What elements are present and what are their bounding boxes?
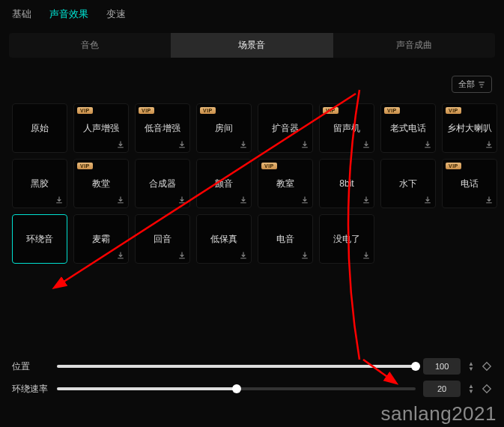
slider-speed-row: 环绕速率 20 ▲▼ (12, 381, 492, 397)
tile-label: 环绕音 (26, 233, 53, 246)
effect-tile-15[interactable]: 电话VIP (442, 159, 497, 208)
download-icon (362, 140, 371, 149)
effect-tile-20[interactable]: 电音 (258, 214, 313, 264)
effect-tile-11[interactable]: 颤音 (196, 159, 252, 208)
vip-badge: VIP (323, 107, 338, 114)
slider-position-fill (57, 365, 416, 368)
sub-tab-0[interactable]: 音色 (9, 33, 171, 58)
sub-tabs: 音色场景音声音成曲 (9, 33, 495, 58)
tile-label: 合成器 (149, 178, 176, 190)
effect-tile-18[interactable]: 回音 (135, 214, 190, 264)
filter-label: 全部 (458, 79, 475, 90)
download-icon (177, 196, 186, 205)
vip-badge: VIP (77, 163, 93, 169)
top-tab-2[interactable]: 变速 (106, 7, 126, 21)
download-icon (423, 196, 432, 205)
tile-label: 麦霸 (92, 233, 110, 246)
tile-label: 原始 (31, 122, 49, 135)
slider-speed-label: 环绕速率 (12, 383, 49, 396)
effect-tile-14[interactable]: 水下 (380, 159, 436, 208)
reset-icon[interactable] (482, 384, 492, 394)
effect-tile-5[interactable]: 留声机VIP (319, 103, 374, 153)
download-icon (55, 196, 64, 205)
effect-tile-0[interactable]: 原始 (12, 103, 67, 153)
tile-label: 水下 (399, 178, 417, 190)
slider-position-row: 位置 100 ▲▼ (12, 358, 492, 375)
vip-badge: VIP (384, 107, 400, 114)
effect-tile-19[interactable]: 低保真 (196, 214, 252, 264)
effects-grid: 原始人声增强VIP低音增强VIP房间VIP扩音器留声机VIP老式电话VIP乡村大… (0, 97, 504, 270)
tile-label: 低音增强 (145, 122, 180, 135)
tile-label: 电话 (461, 178, 479, 190)
download-icon (177, 140, 186, 149)
slider-speed-stepper[interactable]: ▲▼ (468, 384, 474, 394)
tile-label: 乡村大喇叭 (447, 122, 492, 135)
download-icon (239, 251, 248, 260)
filter-icon (478, 81, 485, 88)
download-icon (362, 196, 371, 205)
top-tab-1[interactable]: 声音效果 (49, 7, 88, 21)
download-icon (362, 251, 371, 260)
tile-label: 回音 (154, 233, 171, 246)
effect-tile-17[interactable]: 麦霸 (73, 214, 129, 264)
vip-badge: VIP (200, 107, 216, 114)
download-icon (485, 196, 494, 205)
tile-label: 8bit (339, 178, 353, 189)
effect-tile-10[interactable]: 合成器 (135, 159, 190, 208)
sub-tab-2[interactable]: 声音成曲 (333, 33, 495, 58)
slider-speed-track[interactable] (57, 387, 416, 390)
tile-label: 颤音 (215, 178, 233, 190)
sub-tab-1[interactable]: 场景音 (171, 33, 333, 58)
download-icon (116, 196, 125, 205)
filter-row: 全部 (0, 62, 504, 97)
slider-position-value[interactable]: 100 (423, 358, 461, 375)
tile-label: 房间 (215, 122, 233, 135)
vip-badge: VIP (139, 107, 154, 114)
top-tab-0[interactable]: 基础 (12, 7, 31, 21)
tile-label: 低保真 (210, 233, 237, 246)
effect-tile-2[interactable]: 低音增强VIP (135, 103, 190, 153)
effect-tile-16[interactable]: 环绕音 (12, 214, 67, 264)
tile-label: 留声机 (333, 122, 360, 135)
download-icon (116, 251, 125, 260)
download-icon (485, 140, 494, 149)
slider-speed-fill (57, 387, 237, 390)
download-icon (300, 251, 309, 260)
download-icon (423, 140, 432, 149)
tile-label: 没电了 (333, 233, 360, 246)
vip-badge: VIP (446, 163, 461, 169)
slider-position-thumb[interactable] (411, 362, 420, 371)
effect-tile-12[interactable]: 教室VIP (258, 159, 313, 208)
download-icon (177, 251, 186, 260)
slider-speed-thumb[interactable] (232, 384, 241, 393)
effect-tile-1[interactable]: 人声增强VIP (73, 103, 129, 153)
tile-label: 人声增强 (83, 122, 119, 135)
effect-tile-9[interactable]: 教堂VIP (73, 159, 129, 208)
top-tabs: 基础声音效果变速 (0, 0, 504, 28)
slider-speed-value[interactable]: 20 (423, 381, 461, 397)
effect-tile-8[interactable]: 黑胶 (12, 159, 67, 208)
filter-button[interactable]: 全部 (452, 76, 492, 93)
effect-tile-4[interactable]: 扩音器 (258, 103, 313, 153)
slider-position-stepper[interactable]: ▲▼ (468, 362, 474, 372)
slider-position-track[interactable] (57, 365, 416, 368)
vip-badge: VIP (261, 163, 277, 169)
vip-badge: VIP (77, 107, 93, 114)
effect-tile-13[interactable]: 8bit (319, 159, 374, 208)
effect-tile-3[interactable]: 房间VIP (196, 103, 252, 153)
effect-tile-21[interactable]: 没电了 (319, 214, 374, 264)
download-icon (300, 196, 309, 205)
download-icon (239, 196, 248, 205)
tile-label: 教室 (276, 178, 294, 190)
vip-badge: VIP (446, 107, 461, 114)
slider-position-label: 位置 (12, 360, 49, 373)
tile-label: 扩音器 (272, 122, 299, 135)
tile-label: 老式电话 (390, 122, 426, 135)
tile-label: 黑胶 (31, 178, 49, 190)
effect-tile-7[interactable]: 乡村大喇叭VIP (442, 103, 497, 153)
sliders-panel: 位置 100 ▲▼ 环绕速率 20 ▲▼ (0, 346, 504, 409)
tile-label: 电音 (276, 233, 294, 246)
reset-icon[interactable] (482, 361, 492, 372)
effect-tile-6[interactable]: 老式电话VIP (380, 103, 436, 153)
download-icon (239, 140, 248, 149)
